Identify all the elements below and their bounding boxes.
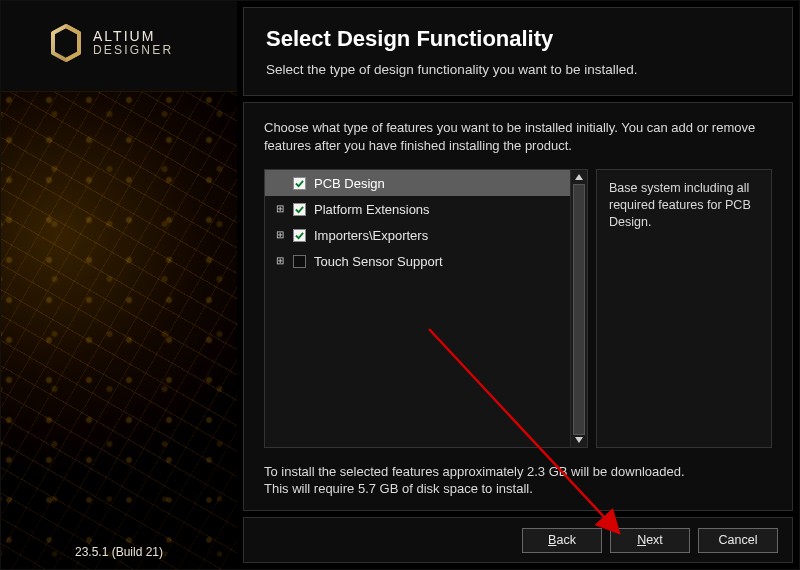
- download-size-text: To install the selected features approxi…: [264, 464, 772, 479]
- brand-line1: ALTIUM: [93, 29, 173, 44]
- brand-line2: DESIGNER: [93, 44, 173, 57]
- tree-expander-icon[interactable]: ⊞: [275, 230, 285, 240]
- tree-expander-icon[interactable]: ⊞: [275, 256, 285, 266]
- instructions-text: Choose what type of features you want to…: [264, 119, 772, 155]
- feature-label: Touch Sensor Support: [314, 254, 443, 269]
- feature-label: PCB Design: [314, 176, 385, 191]
- feature-checkbox[interactable]: [293, 177, 306, 190]
- disk-space-text: This will require 5.7 GB of disk space t…: [264, 481, 772, 496]
- feature-tree-items: ⊞ PCB Design ⊞ Platform Extensions: [265, 170, 570, 447]
- back-button[interactable]: Back: [522, 528, 602, 553]
- features-area: ⊞ PCB Design ⊞ Platform Extensions: [264, 169, 772, 448]
- main-panel: Select Design Functionality Select the t…: [237, 1, 799, 569]
- page-header: Select Design Functionality Select the t…: [243, 7, 793, 96]
- branding-sidebar: ALTIUM DESIGNER 23.5.1 (Build 21): [1, 1, 237, 569]
- scroll-track[interactable]: [572, 184, 586, 433]
- feature-tree-scrollbar[interactable]: [570, 170, 587, 447]
- feature-importers-exporters[interactable]: ⊞ Importers\Exporters: [265, 222, 570, 248]
- feature-description-panel: Base system including all required featu…: [596, 169, 772, 448]
- page-body: Choose what type of features you want to…: [243, 102, 793, 511]
- pcb-artwork: [1, 91, 237, 569]
- page-title: Select Design Functionality: [266, 26, 770, 52]
- feature-checkbox[interactable]: [293, 203, 306, 216]
- version-label: 23.5.1 (Build 21): [1, 545, 237, 559]
- product-logo: ALTIUM DESIGNER: [49, 23, 173, 63]
- tree-expander-icon[interactable]: ⊞: [275, 204, 285, 214]
- altium-logo-icon: [49, 23, 83, 63]
- installer-window: ALTIUM DESIGNER 23.5.1 (Build 21) Select…: [0, 0, 800, 570]
- scroll-thumb[interactable]: [573, 184, 585, 435]
- feature-checkbox[interactable]: [293, 255, 306, 268]
- feature-label: Platform Extensions: [314, 202, 430, 217]
- cancel-button[interactable]: Cancel: [698, 528, 778, 553]
- scroll-down-icon[interactable]: [572, 433, 586, 447]
- page-subtitle: Select the type of design functionality …: [266, 62, 770, 77]
- next-button[interactable]: Next: [610, 528, 690, 553]
- feature-tree[interactable]: ⊞ PCB Design ⊞ Platform Extensions: [264, 169, 588, 448]
- feature-checkbox[interactable]: [293, 229, 306, 242]
- feature-platform-extensions[interactable]: ⊞ Platform Extensions: [265, 196, 570, 222]
- feature-label: Importers\Exporters: [314, 228, 428, 243]
- feature-description-text: Base system including all required featu…: [609, 181, 751, 229]
- feature-pcb-design[interactable]: ⊞ PCB Design: [265, 170, 570, 196]
- wizard-footer: Back Next Cancel: [243, 517, 793, 563]
- feature-touch-sensor-support[interactable]: ⊞ Touch Sensor Support: [265, 248, 570, 274]
- scroll-up-icon[interactable]: [572, 170, 586, 184]
